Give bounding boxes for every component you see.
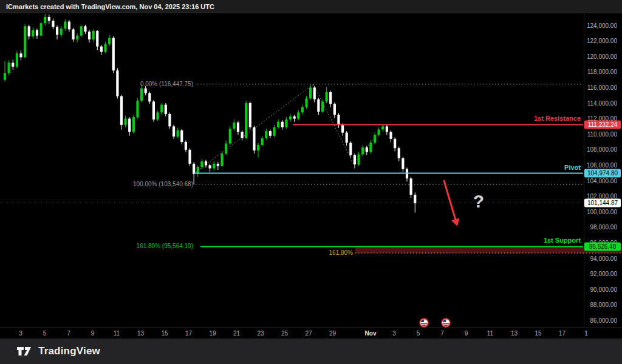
- candle-body: [257, 145, 259, 150]
- brand-text: TradingView: [38, 345, 100, 357]
- candle-body: [44, 17, 46, 23]
- y-axis-label[interactable]: 88,000.00: [590, 302, 618, 308]
- x-axis-label[interactable]: 29: [329, 330, 337, 337]
- y-axis-label[interactable]: 102,000.00: [587, 193, 617, 200]
- candle-body: [277, 122, 279, 127]
- y-axis-label[interactable]: 98,000.00: [590, 224, 618, 231]
- y-axis-label[interactable]: 120,000.00: [587, 53, 617, 60]
- candle-body: [140, 89, 143, 101]
- candle-body: [100, 47, 103, 52]
- chart-area: 124,000.00122,000.00120,000.00118,000.00…: [0, 13, 622, 339]
- x-axis-label[interactable]: 11: [487, 330, 494, 337]
- x-axis-label[interactable]: 27: [305, 330, 312, 337]
- event-flag-stripe: [442, 323, 449, 325]
- y-axis-label[interactable]: 104,000.00: [587, 178, 617, 184]
- candle-body: [289, 116, 292, 120]
- y-axis-label[interactable]: 106,000.00: [587, 162, 617, 169]
- fib-label: 161.80%: [329, 249, 354, 256]
- candle-body: [148, 93, 151, 101]
- candle-body: [52, 21, 54, 27]
- candle-body: [205, 161, 207, 165]
- candle-body: [96, 31, 98, 47]
- down-arrow[interactable]: [444, 181, 456, 222]
- y-axis-label[interactable]: 90,000.00: [590, 286, 618, 293]
- candle-body: [32, 30, 34, 36]
- x-axis-label[interactable]: 3: [392, 330, 396, 337]
- x-axis-label[interactable]: 21: [233, 330, 241, 337]
- x-axis-label[interactable]: 9: [91, 330, 95, 337]
- candle-body: [297, 112, 299, 118]
- footer-bar: TradingView: [0, 339, 622, 364]
- candle-body: [253, 127, 255, 150]
- y-axis-label[interactable]: 92,000.00: [590, 271, 618, 277]
- x-axis-label[interactable]: 25: [281, 330, 289, 337]
- attribution-text: ICmarkets created with TradingView.com, …: [6, 3, 214, 10]
- x-axis-label[interactable]: 7: [67, 330, 70, 337]
- candle-body: [321, 101, 324, 112]
- candlestick-chart[interactable]: 124,000.00122,000.00120,000.00118,000.00…: [0, 13, 622, 339]
- y-axis-label[interactable]: 94,000.00: [590, 255, 618, 262]
- x-axis-label[interactable]: 1: [584, 330, 588, 337]
- candle-body: [369, 143, 372, 152]
- candle-body: [12, 62, 14, 66]
- candle-body: [165, 105, 167, 114]
- x-axis-label[interactable]: 17: [185, 330, 193, 337]
- y-axis-label[interactable]: 116,000.00: [587, 84, 618, 91]
- x-axis-label[interactable]: 5: [43, 330, 47, 337]
- event-flag-icon[interactable]: [420, 318, 428, 327]
- candle-body: [317, 99, 320, 112]
- candle-body: [108, 38, 111, 44]
- candle-body: [354, 155, 356, 164]
- fib-label: 161.80% (95,564.10): [137, 243, 193, 249]
- x-axis-label[interactable]: 17: [559, 330, 566, 337]
- x-axis-label[interactable]: 15: [535, 330, 542, 337]
- candle-body: [19, 53, 22, 57]
- x-axis-label[interactable]: 7: [440, 330, 444, 337]
- candle-body: [84, 26, 86, 32]
- candle-body: [24, 26, 26, 57]
- question-mark-annotation[interactable]: ?: [473, 191, 484, 211]
- candle-body: [366, 147, 368, 152]
- candle-body: [217, 164, 219, 166]
- x-axis-label[interactable]: 13: [137, 330, 145, 337]
- candle-body: [180, 130, 183, 142]
- y-axis-label[interactable]: 122,000.00: [587, 38, 617, 44]
- candle-body: [293, 116, 296, 119]
- candle-body: [209, 165, 211, 168]
- candle-body: [233, 123, 235, 129]
- candle-body: [39, 23, 42, 35]
- candle-body: [145, 89, 147, 93]
- x-axis-label[interactable]: 23: [257, 330, 264, 337]
- x-axis-label[interactable]: Nov: [365, 330, 377, 337]
- y-axis-label[interactable]: 100,000.00: [587, 209, 617, 215]
- y-axis-label[interactable]: 118,000.00: [587, 69, 618, 75]
- x-axis-label[interactable]: 11: [114, 330, 120, 337]
- y-axis-label[interactable]: 114,000.00: [587, 100, 618, 107]
- y-axis-label[interactable]: 108,000.00: [587, 146, 617, 153]
- candle-body: [56, 27, 58, 35]
- down-arrow-head: [451, 218, 459, 227]
- y-axis-label[interactable]: 110,000.00: [587, 131, 618, 138]
- event-flag-stripe: [420, 323, 428, 325]
- x-axis-label[interactable]: 9: [465, 330, 468, 337]
- candle-body: [200, 161, 203, 167]
- candle-body: [326, 92, 328, 101]
- y-axis-label[interactable]: 124,000.00: [587, 22, 617, 29]
- x-axis-label[interactable]: 15: [161, 330, 168, 337]
- candle-body: [341, 125, 344, 133]
- x-axis-label[interactable]: 13: [511, 330, 518, 337]
- fib-extension-band: [355, 247, 622, 253]
- x-axis-label[interactable]: 5: [417, 330, 420, 337]
- event-flag-icon[interactable]: [442, 318, 450, 327]
- candle-body: [213, 164, 215, 169]
- candle-body: [60, 29, 63, 35]
- x-axis-label[interactable]: 3: [19, 330, 22, 337]
- candle-body: [374, 135, 376, 143]
- candle-body: [346, 133, 348, 143]
- tradingview-logo-icon: [16, 345, 33, 358]
- candle-body: [185, 142, 187, 150]
- y-axis-label[interactable]: 86,000.00: [590, 317, 618, 324]
- candle-body: [333, 104, 336, 115]
- candle-body: [8, 62, 10, 73]
- x-axis-label[interactable]: 19: [209, 330, 216, 337]
